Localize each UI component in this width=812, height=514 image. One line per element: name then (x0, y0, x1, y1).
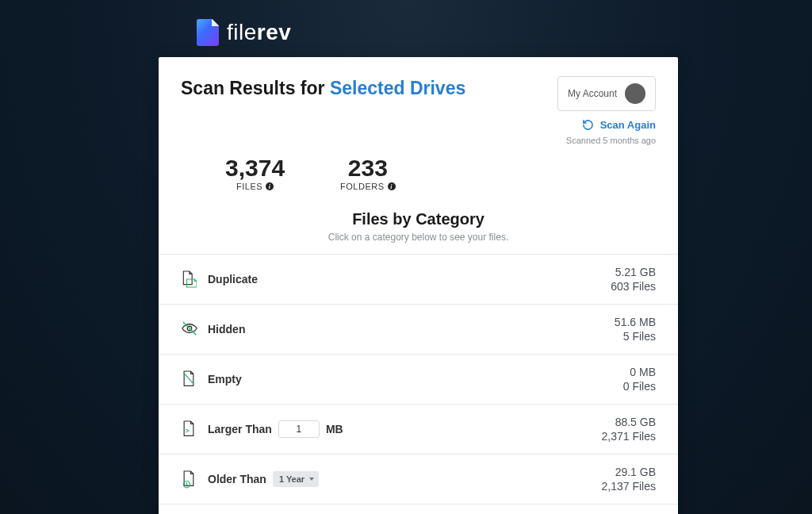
page-title: Scan Results for Selected Drives (181, 78, 465, 99)
my-account-button[interactable]: My Account (557, 76, 656, 111)
category-size: 51.6 MB (615, 316, 656, 328)
category-files: 5 Files (615, 330, 656, 343)
selected-drives-link[interactable]: Selected Drives (330, 78, 465, 98)
category-files: 603 Files (611, 280, 656, 293)
category-size: 29.1 GB (602, 466, 656, 478)
larger-icon: > (181, 420, 197, 439)
logo-icon (197, 19, 219, 46)
scan-again-button[interactable]: Scan Again (582, 119, 656, 131)
scanned-timestamp: Scanned 5 months ago (566, 136, 656, 145)
files-label: FILES (236, 182, 262, 191)
duplicate-icon (181, 270, 197, 289)
stat-files: 3,374 FILES i (225, 155, 285, 191)
scan-results-card: Scan Results for Selected Drives My Acco… (159, 57, 678, 514)
older-label-pre: Older Than (208, 473, 266, 485)
category-row-not-owned[interactable]: Not Owned By Me 88 GB 3,260 Files (159, 504, 678, 514)
category-row-hidden[interactable]: Hidden 51.6 MB 5 Files (159, 305, 678, 355)
avatar (625, 83, 645, 104)
category-files: 2,371 Files (602, 430, 656, 443)
folders-label-wrap: FOLDERS i (340, 182, 395, 191)
scan-again-label: Scan Again (600, 119, 656, 131)
larger-label-pre: Larger Than (208, 423, 272, 435)
logo-text: filerev (227, 20, 291, 45)
empty-icon (181, 370, 197, 389)
category-size: 88.5 GB (602, 416, 656, 428)
files-label-wrap: FILES i (225, 182, 285, 191)
stats-row: 3,374 FILES i 233 FOLDERS i (159, 145, 678, 207)
category-files: 2,137 Files (602, 480, 656, 493)
account-column: My Account Scan Again Scanned 5 months a… (557, 76, 656, 145)
category-row-empty[interactable]: Empty 0 MB 0 Files (159, 355, 678, 405)
section-subtitle: Click on a category below to see your fi… (159, 232, 678, 243)
section-header: Files by Category Click on a category be… (159, 207, 678, 254)
refresh-icon (582, 119, 594, 131)
card-header: Scan Results for Selected Drives My Acco… (159, 57, 678, 145)
logo-text-part2: rev (257, 20, 292, 44)
section-title: Files by Category (159, 210, 678, 228)
category-size: 5.21 GB (611, 266, 656, 278)
folders-count: 233 (340, 155, 395, 182)
category-row-older[interactable]: Older Than 1 Year 29.1 GB 2,137 Files (159, 455, 678, 504)
larger-threshold-input[interactable] (278, 420, 320, 438)
info-icon[interactable]: i (388, 182, 396, 190)
category-row-larger[interactable]: > Larger Than MB 88.5 GB 2,371 Files (159, 405, 678, 455)
category-files: 0 Files (623, 380, 656, 393)
folders-label: FOLDERS (340, 182, 384, 191)
svg-text:>: > (186, 427, 190, 435)
older-icon (181, 470, 197, 489)
page-title-wrap: Scan Results for Selected Drives (181, 76, 465, 99)
category-label: Hidden (208, 323, 245, 336)
files-count: 3,374 (225, 155, 285, 182)
stat-folders: 233 FOLDERS i (340, 155, 395, 191)
category-label: Larger Than MB (208, 420, 343, 438)
category-label: Older Than 1 Year (208, 471, 319, 487)
category-size: 0 MB (623, 366, 656, 378)
info-icon[interactable]: i (266, 182, 274, 190)
title-prefix: Scan Results for (181, 78, 330, 98)
category-label: Duplicate (208, 273, 258, 286)
category-label: Empty (208, 373, 242, 386)
my-account-label: My Account (568, 88, 617, 99)
hidden-icon (181, 320, 197, 339)
older-threshold-dropdown[interactable]: 1 Year (273, 471, 319, 487)
larger-label-post: MB (326, 423, 343, 435)
logo-text-part1: file (227, 20, 257, 44)
category-list: Duplicate 5.21 GB 603 Files Hidden 51.6 … (159, 254, 678, 514)
category-row-duplicate[interactable]: Duplicate 5.21 GB 603 Files (159, 255, 678, 305)
brand-logo: filerev (197, 19, 291, 46)
